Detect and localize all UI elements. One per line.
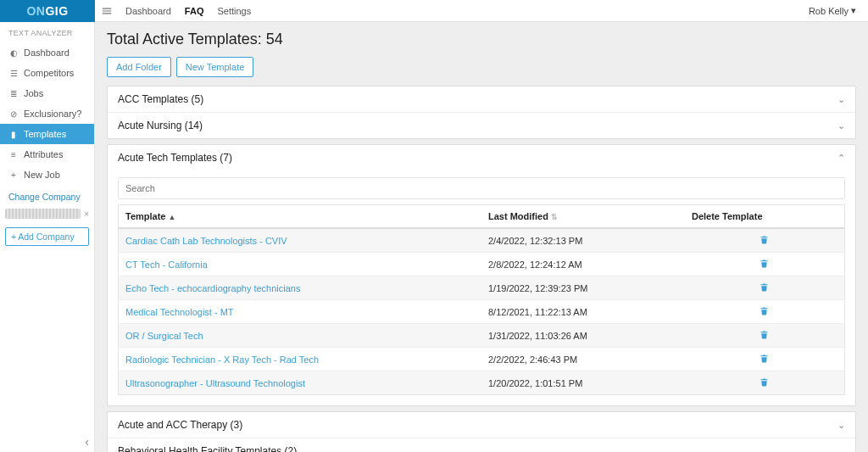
template-group: ACC Templates (5) ⌄ Acute Nursing (14) ⌄ bbox=[107, 86, 856, 139]
template-link[interactable]: Echo Tech - echocardiography technicians bbox=[125, 283, 300, 293]
brand-logo[interactable]: ONGIG bbox=[0, 0, 95, 22]
group-title: Acute Nursing (14) bbox=[118, 120, 203, 131]
template-link[interactable]: Cardiac Cath Lab Technologists - CVIV bbox=[125, 236, 287, 246]
template-link[interactable]: Medical Technologist - MT bbox=[125, 307, 234, 317]
sidebar-collapse-icon[interactable]: ‹ bbox=[85, 435, 89, 449]
sidebar-item-label: Competitors bbox=[24, 68, 74, 78]
sidebar-item-attributes[interactable]: ≡ Attributes bbox=[0, 144, 94, 165]
sidebar-item-competitors[interactable]: ☰ Competitors bbox=[0, 63, 94, 83]
search-wrapper bbox=[118, 177, 845, 199]
brand-part1: ON bbox=[26, 4, 45, 18]
nav-settings[interactable]: Settings bbox=[217, 6, 251, 16]
chevron-down-icon: ⌄ bbox=[837, 446, 845, 453]
nav-dashboard[interactable]: Dashboard bbox=[125, 6, 171, 16]
col-header-modified[interactable]: Last Modified⇅ bbox=[481, 205, 685, 229]
group-title: Acute and ACC Therapy (3) bbox=[118, 419, 242, 431]
group-title: Acute Tech Templates (7) bbox=[118, 152, 232, 164]
file-icon: ▮ bbox=[8, 130, 19, 139]
template-group-expanded: Acute Tech Templates (7) ⌃ Template▲ bbox=[107, 144, 856, 406]
user-menu[interactable]: Rob Kelly ▾ bbox=[809, 5, 856, 16]
sidebar-item-label: Templates bbox=[24, 129, 66, 139]
change-company-link[interactable]: Change Company bbox=[0, 185, 94, 205]
user-name: Rob Kelly bbox=[809, 6, 849, 16]
table-row: Cardiac Cath Lab Technologists - CVIV2/4… bbox=[119, 228, 845, 253]
table-row: Ultrasonographer - Ultrasound Technologi… bbox=[119, 371, 845, 395]
company-name-redacted bbox=[5, 209, 81, 219]
modified-cell: 2/8/2022, 12:24:12 AM bbox=[481, 253, 685, 276]
delete-icon[interactable] bbox=[760, 354, 769, 363]
modified-cell: 1/19/2022, 12:39:23 PM bbox=[481, 276, 685, 300]
delete-icon[interactable] bbox=[760, 282, 769, 292]
new-template-button[interactable]: New Template bbox=[176, 57, 254, 77]
sidebar-item-exclusionary[interactable]: ⊘ Exclusionary? bbox=[0, 103, 94, 124]
sidebar-item-label: Jobs bbox=[24, 88, 43, 98]
bars-icon: ≡ bbox=[8, 150, 19, 159]
group-title: ACC Templates (5) bbox=[118, 93, 203, 105]
chevron-down-icon: ⌄ bbox=[837, 94, 845, 105]
users-icon: ☰ bbox=[8, 69, 19, 78]
modified-cell: 8/12/2021, 11:22:13 AM bbox=[481, 300, 685, 324]
table-row: OR / Surgical Tech1/31/2022, 11:03:26 AM bbox=[119, 324, 845, 348]
delete-icon[interactable] bbox=[760, 259, 769, 268]
caret-down-icon: ▾ bbox=[851, 5, 856, 16]
company-chip: × bbox=[5, 209, 89, 219]
sort-asc-icon: ▲ bbox=[168, 213, 175, 221]
page-title: Total Active Templates: 54 bbox=[107, 31, 856, 48]
group-header-acute-acc-therapy[interactable]: Acute and ACC Therapy (3) ⌄ bbox=[108, 412, 855, 438]
modified-cell: 2/2/2022, 2:46:43 PM bbox=[481, 348, 685, 371]
chevron-down-icon: ⌄ bbox=[837, 420, 845, 431]
group-header-acute-tech[interactable]: Acute Tech Templates (7) ⌃ bbox=[108, 145, 855, 170]
top-nav: Dashboard FAQ Settings bbox=[125, 6, 251, 16]
delete-icon[interactable] bbox=[760, 330, 769, 339]
template-link[interactable]: CT Tech - California bbox=[125, 259, 208, 270]
table-row: CT Tech - California2/8/2022, 12:24:12 A… bbox=[119, 253, 845, 276]
modified-cell: 2/4/2022, 12:32:13 PM bbox=[481, 228, 685, 253]
main-content: Total Active Templates: 54 Add Folder Ne… bbox=[95, 22, 868, 452]
sidebar-section-header: Text Analyzer bbox=[0, 22, 94, 42]
sidebar-item-label: Exclusionary? bbox=[24, 109, 81, 119]
group-header-acute-nursing[interactable]: Acute Nursing (14) ⌄ bbox=[108, 112, 855, 138]
chevron-up-icon: ⌃ bbox=[837, 153, 845, 164]
sidebar-item-templates[interactable]: ▮ Templates bbox=[0, 124, 94, 144]
sidebar-item-jobs[interactable]: ≣ Jobs bbox=[0, 83, 94, 103]
action-bar: Add Folder New Template bbox=[107, 57, 856, 77]
topbar: ONGIG Dashboard FAQ Settings Rob Kelly ▾ bbox=[0, 0, 868, 22]
delete-icon[interactable] bbox=[760, 377, 769, 387]
sort-icon: ⇅ bbox=[551, 213, 558, 221]
templates-table: Template▲ Last Modified⇅ Delete Template bbox=[118, 204, 845, 395]
list-icon: ≣ bbox=[8, 89, 19, 98]
group-header-acc[interactable]: ACC Templates (5) ⌄ bbox=[108, 86, 855, 112]
col-header-template[interactable]: Template▲ bbox=[119, 205, 482, 229]
add-folder-button[interactable]: Add Folder bbox=[107, 57, 171, 77]
sidebar-item-label: New Job bbox=[24, 170, 60, 180]
template-link[interactable]: Radiologic Technician - X Ray Tech - Rad… bbox=[125, 354, 319, 365]
table-row: Medical Technologist - MT8/12/2021, 11:2… bbox=[119, 300, 845, 324]
sidebar-item-label: Attributes bbox=[24, 149, 63, 159]
group-header-behavioral-health[interactable]: Behavioral Health Facility Templates (2)… bbox=[108, 438, 855, 452]
add-company-button[interactable]: +Add Company bbox=[5, 227, 89, 246]
sidebar-item-label: Dashboard bbox=[24, 47, 70, 58]
group-body: Template▲ Last Modified⇅ Delete Template bbox=[108, 170, 855, 405]
plus-icon: + bbox=[11, 232, 16, 242]
sidebar-item-new-job[interactable]: + New Job bbox=[0, 165, 94, 185]
ban-icon: ⊘ bbox=[8, 109, 19, 119]
template-link[interactable]: Ultrasonographer - Ultrasound Technologi… bbox=[125, 378, 305, 388]
table-row: Echo Tech - echocardiography technicians… bbox=[119, 276, 845, 300]
brand-part2: GIG bbox=[45, 4, 68, 18]
gauge-icon: ◐ bbox=[8, 48, 19, 58]
modified-cell: 1/31/2022, 11:03:26 AM bbox=[481, 324, 685, 348]
add-company-label: Add Company bbox=[18, 232, 75, 242]
sidebar-item-dashboard[interactable]: ◐ Dashboard bbox=[0, 42, 94, 63]
menu-toggle-icon[interactable] bbox=[95, 5, 119, 17]
search-input[interactable] bbox=[119, 178, 844, 198]
table-row: Radiologic Technician - X Ray Tech - Rad… bbox=[119, 348, 845, 371]
remove-company-icon[interactable]: × bbox=[84, 209, 89, 219]
template-link[interactable]: OR / Surgical Tech bbox=[125, 331, 203, 341]
template-group: Acute and ACC Therapy (3) ⌄ Behavioral H… bbox=[107, 411, 856, 452]
col-header-delete: Delete Template bbox=[685, 205, 845, 229]
chevron-down-icon: ⌄ bbox=[837, 120, 845, 131]
nav-faq[interactable]: FAQ bbox=[185, 6, 204, 16]
delete-icon[interactable] bbox=[760, 235, 769, 244]
modified-cell: 1/20/2022, 1:01:51 PM bbox=[481, 371, 685, 395]
delete-icon[interactable] bbox=[760, 306, 769, 315]
